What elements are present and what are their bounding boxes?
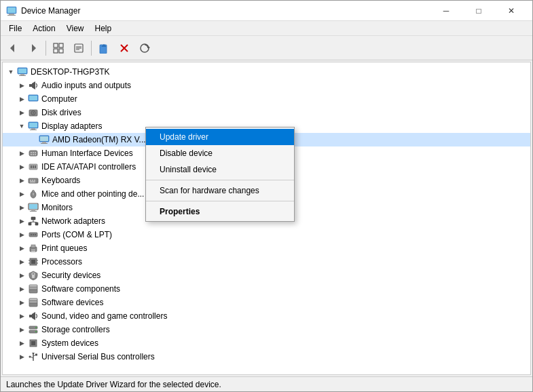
- hid-icon: [27, 147, 39, 159]
- maximize-button[interactable]: □: [463, 1, 494, 21]
- svg-rect-24: [29, 84, 32, 87]
- software-dev-label: Software devices: [41, 298, 103, 307]
- security-expander[interactable]: ▶: [16, 270, 27, 281]
- tree-item-ports[interactable]: ▶ Ports (COM & LPT): [3, 228, 530, 241]
- ide-label: IDE ATA/ATAPI controllers: [41, 162, 136, 172]
- forward-button[interactable]: [24, 39, 43, 58]
- menu-bar: File Action View Help: [1, 21, 532, 36]
- tree-item-print[interactable]: ▶ Print queues: [3, 241, 530, 255]
- svg-point-41: [33, 152, 34, 153]
- tree-item-software-comp[interactable]: ▶ Software components: [3, 282, 530, 296]
- properties-button[interactable]: [69, 39, 88, 58]
- svg-rect-60: [31, 210, 35, 211]
- monitors-label: Monitors: [41, 203, 73, 212]
- sound-expander[interactable]: ▶: [16, 311, 27, 321]
- tree-item-processors[interactable]: ▶ Processors: [3, 255, 530, 269]
- minimize-button[interactable]: ─: [430, 1, 462, 21]
- audio-expander[interactable]: ▶: [16, 80, 27, 91]
- tree-item-computer[interactable]: ▶ Computer: [3, 92, 530, 106]
- uninstall-button[interactable]: [115, 39, 134, 58]
- ctx-properties[interactable]: Properties: [146, 203, 294, 220]
- svg-point-40: [31, 152, 32, 153]
- storage-label: Storage controllers: [41, 325, 110, 334]
- svg-rect-8: [54, 49, 58, 53]
- network-expander[interactable]: ▶: [16, 216, 27, 227]
- sound-icon: [27, 310, 39, 322]
- ports-expander[interactable]: ▶: [16, 229, 27, 240]
- ctx-separator: [146, 180, 294, 180]
- tree-item-system[interactable]: ▶ System devices: [3, 336, 530, 350]
- storage-expander[interactable]: ▶: [16, 324, 27, 335]
- svg-rect-7: [59, 43, 63, 47]
- svg-rect-61: [30, 211, 37, 212]
- ctx-update-driver[interactable]: Update driver: [146, 129, 294, 145]
- system-expander[interactable]: ▶: [16, 338, 27, 349]
- mice-icon: [27, 188, 39, 200]
- svg-rect-64: [35, 222, 38, 225]
- tree-item-software-dev[interactable]: ▶ Software devices: [3, 296, 530, 309]
- tree-item-storage[interactable]: ▶ Storage controllers: [3, 323, 530, 336]
- software-comp-label: Software components: [41, 284, 120, 294]
- ctx-disable-device[interactable]: Disable device: [146, 145, 294, 161]
- svg-rect-23: [19, 75, 26, 76]
- processors-expander[interactable]: ▶: [16, 256, 27, 267]
- back-button[interactable]: [3, 39, 22, 58]
- tree-item-audio[interactable]: ▶ Audio inputs and outputs: [3, 79, 530, 92]
- tree-item-usb[interactable]: ▶ Universal Serial Bus controllers: [3, 350, 530, 364]
- svg-point-103: [29, 356, 31, 358]
- svg-rect-3: [7, 7, 16, 13]
- svg-line-67: [33, 222, 37, 222]
- ide-expander[interactable]: ▶: [16, 161, 27, 172]
- amd-label: AMD Radeon(TM) RX V...: [52, 135, 146, 144]
- svg-point-42: [35, 152, 36, 153]
- main-area: ▼ DESKTOP-THGP3TK ▶: [2, 62, 531, 375]
- svg-marker-91: [32, 312, 35, 320]
- context-menu: Update driver Disable device Uninstall d…: [145, 127, 295, 222]
- software-comp-expander[interactable]: ▶: [16, 283, 27, 294]
- software-dev-expander[interactable]: ▶: [16, 297, 27, 308]
- menu-file[interactable]: File: [3, 22, 27, 35]
- tree-item-disk[interactable]: ▶ Disk drives: [3, 106, 530, 119]
- tree-root[interactable]: ▼ DESKTOP-THGP3TK: [3, 65, 530, 79]
- scan-toolbar-button[interactable]: [135, 39, 154, 58]
- svg-rect-52: [32, 180, 33, 181]
- computer-label: Computer: [41, 94, 77, 104]
- menu-view[interactable]: View: [61, 22, 90, 35]
- window-controls: ─ □ ✕: [430, 1, 527, 21]
- print-expander[interactable]: ▶: [16, 243, 27, 254]
- usb-expander[interactable]: ▶: [16, 351, 27, 362]
- sound-label: Sound, video and game controllers: [41, 311, 167, 321]
- menu-action[interactable]: Action: [27, 22, 60, 35]
- root-expander[interactable]: ▼: [5, 66, 16, 77]
- disk-icon: [27, 106, 39, 119]
- keyboards-expander[interactable]: ▶: [16, 175, 27, 186]
- svg-point-71: [35, 234, 36, 235]
- mice-label: Mice and other pointing de...: [41, 189, 144, 199]
- ctx-uninstall-device[interactable]: Uninstall device: [146, 161, 294, 178]
- close-button[interactable]: ✕: [496, 1, 527, 21]
- svg-rect-36: [40, 136, 48, 141]
- computer-expander[interactable]: ▶: [16, 94, 27, 104]
- svg-point-45: [35, 154, 36, 155]
- status-text: Launches the Update Driver Wizard for th…: [6, 380, 221, 389]
- monitors-expander[interactable]: ▶: [16, 202, 27, 213]
- update-driver-toolbar-button[interactable]: [94, 39, 113, 58]
- svg-rect-59: [29, 204, 37, 209]
- show-hide-button[interactable]: [49, 39, 68, 58]
- tree-item-security[interactable]: ▶ Security devices: [3, 269, 530, 282]
- security-label: Security devices: [41, 271, 100, 280]
- tree-item-sound[interactable]: ▶ Sound, video and game controllers: [3, 309, 530, 323]
- svg-rect-90: [29, 315, 32, 317]
- disk-label: Disk drives: [41, 108, 81, 117]
- display-expander[interactable]: ▼: [16, 121, 27, 132]
- ctx-scan-changes[interactable]: Scan for hardware changes: [146, 182, 294, 199]
- mice-expander[interactable]: ▶: [16, 189, 27, 199]
- amd-expander: [27, 134, 38, 145]
- disk-expander[interactable]: ▶: [16, 107, 27, 118]
- svg-rect-1: [9, 14, 14, 15]
- svg-rect-37: [42, 142, 46, 143]
- svg-rect-49: [35, 165, 36, 168]
- menu-help[interactable]: Help: [90, 22, 117, 35]
- hid-expander[interactable]: ▶: [16, 148, 27, 159]
- processors-label: Processors: [41, 257, 82, 267]
